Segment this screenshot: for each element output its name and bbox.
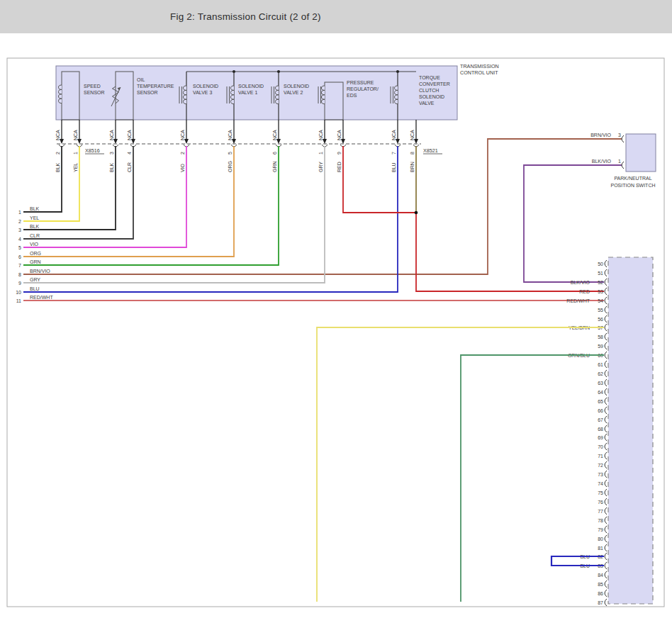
nca-label: NCA <box>318 130 323 140</box>
tcu-pin-number: 7 <box>391 152 396 154</box>
tcu-pin-number: 4 <box>127 152 132 154</box>
wiring-diagram: TRANSMISSION CONTROL UNIT X8516 X8521 PA… <box>0 0 672 618</box>
left-row-wire-label: BRN/VIO <box>30 269 50 274</box>
tcu-pin-wire-color: CLR <box>127 162 132 172</box>
solenoid-valve-2-label: SOLENOID <box>284 84 309 89</box>
connector-pin-number: 55 <box>598 308 603 313</box>
nca-label: NCA <box>228 130 233 140</box>
solenoid-valve-1-label: SOLENOID <box>238 84 264 89</box>
tcc-solenoid-valve-label: CLUTCH <box>419 88 439 93</box>
left-row-wire-label: ORG <box>30 251 41 256</box>
tcu-pin-wire-color: ORG <box>228 161 233 172</box>
left-row-wire-label: YEL <box>30 215 39 220</box>
switch-pin-number: 1 <box>618 159 621 164</box>
left-row-wire-label: GRY <box>30 277 40 282</box>
connector-pin-number: 67 <box>598 417 603 422</box>
nca-label: NCA <box>73 130 78 140</box>
tcu-label-line2: CONTROL UNIT <box>460 69 498 76</box>
solenoid-valve-3-label: SOLENOID <box>193 84 218 89</box>
nca-label: NCA <box>410 130 415 140</box>
left-row-number: 5 <box>18 245 21 250</box>
left-row-wire-label: BLK <box>30 224 40 229</box>
connector-pin-number: 71 <box>598 454 603 459</box>
connector-pin-number: 86 <box>598 591 603 596</box>
left-row-number: 10 <box>16 290 21 295</box>
tcu-pin-wire-color: BLU <box>391 162 396 172</box>
connector-pin-number: 72 <box>598 463 603 468</box>
tcu-pin-wire-color: GRN <box>272 161 277 172</box>
nca-label: NCA <box>337 130 342 140</box>
speed-sensor-label: SPEED <box>84 84 101 89</box>
connector-pin-number: 64 <box>598 390 603 395</box>
connector-pin-number: 65 <box>598 399 603 404</box>
connector-pin-number: 56 <box>598 317 603 322</box>
connector-pin-number: 59 <box>598 344 603 349</box>
tcc-solenoid-valve-label: VALVE <box>419 101 435 106</box>
solenoid-valve-3-label: VALVE 3 <box>193 90 212 95</box>
connector-pin-number: 61 <box>598 362 603 367</box>
connector-pin-number: 79 <box>598 527 603 532</box>
connector-pin-number: 69 <box>598 435 603 440</box>
park-neutral-label-line1: PARK/NEUTRAL <box>614 176 651 181</box>
switch-pin-wire-label: BLK/VIO <box>592 159 612 164</box>
left-row-wire-label: CLR <box>30 233 40 238</box>
left-row-number: 6 <box>18 254 21 259</box>
left-row-number: 1 <box>18 210 21 215</box>
tcu-pin-number: 8 <box>410 152 415 154</box>
pressure-regulator-eds-label: EDS <box>347 93 357 98</box>
connector-pin-number: 74 <box>598 481 603 486</box>
left-row-number: 2 <box>18 219 21 224</box>
left-row-wire-label: GRN <box>30 259 41 264</box>
tcu-pin-wire-color: RED <box>337 162 342 172</box>
tcc-solenoid-valve-label: SOLENOID <box>419 94 444 99</box>
diagram-border <box>7 58 664 607</box>
right-connector-box <box>608 257 653 604</box>
connector-pin-number: 62 <box>598 371 603 376</box>
tcu-pin-wire-color: BLK <box>109 162 114 172</box>
connector-pin-number: 63 <box>598 381 603 386</box>
nca-label: NCA <box>180 130 185 140</box>
switch-pin-wire-label: BRN/VIO <box>590 133 611 137</box>
connector-x8516-label: X8516 <box>85 147 100 154</box>
tcu-label-line1: TRANSMISSION <box>460 63 499 69</box>
tcu-pin-wire-color: YEL <box>73 163 78 172</box>
connector-pin-number: 50 <box>598 262 603 266</box>
solenoid-valve-2-label: VALVE 2 <box>284 90 303 95</box>
connector-pin-number: 77 <box>598 509 603 514</box>
connector-pin-number: 70 <box>598 444 603 449</box>
connector-pin-number: 80 <box>598 536 603 541</box>
nca-label: NCA <box>55 130 60 140</box>
connector-pin-number: 85 <box>598 582 603 587</box>
nca-label: NCA <box>109 130 114 140</box>
tcu-pin-number: 3 <box>109 152 114 154</box>
splice-dot <box>415 211 418 215</box>
tcu-pin-number: 6 <box>272 152 277 154</box>
left-row-wire-label: VIO <box>30 242 39 247</box>
connector-pin-number: 75 <box>598 490 603 495</box>
tcc-solenoid-valve-label: CONVERTER <box>419 82 450 86</box>
solenoid-valve-1-label: VALVE 1 <box>238 90 257 95</box>
nca-label: NCA <box>391 130 396 140</box>
tcu-pin-number: 5 <box>228 152 233 154</box>
nca-label: NCA <box>127 130 132 140</box>
oil-temperature-sensor-label: SENSOR <box>137 90 158 95</box>
connector-pin-number: 58 <box>598 335 603 339</box>
connector-pin-wire-label: BLK/VIO <box>571 280 590 285</box>
tcu-pin-wire-color: GRY <box>318 162 323 172</box>
left-row-number: 8 <box>18 272 21 277</box>
park-neutral-switch-box <box>626 134 656 172</box>
connector-pin-number: 51 <box>598 271 603 276</box>
connector-pin-number: 66 <box>598 408 603 413</box>
connector-pin-wire-label: RED/WHT <box>566 298 590 303</box>
pressure-regulator-eds-label: REGULATOR/ <box>347 86 379 91</box>
connector-pin-number: 87 <box>598 600 603 605</box>
tcc-solenoid-valve-label: TORQUE <box>419 75 440 81</box>
tcu-pin-number: 2 <box>55 152 60 154</box>
connector-pin-number: 81 <box>598 546 603 551</box>
park-neutral-label-line2: POSITION SWITCH <box>611 183 656 188</box>
tcu-pin-number: 1 <box>73 152 78 154</box>
left-row-wire-label: BLU <box>30 286 40 291</box>
left-row-wire-label: BLK <box>30 206 40 211</box>
connector-pin-number: 78 <box>598 518 603 523</box>
left-row-number: 11 <box>16 298 21 303</box>
